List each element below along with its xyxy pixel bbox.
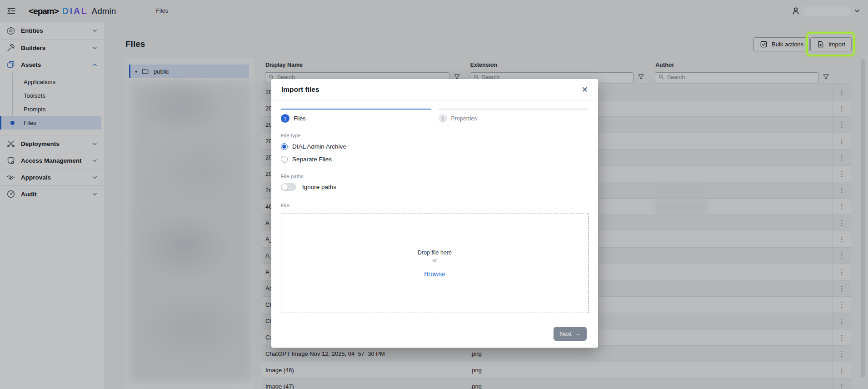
dropzone-text: Drop file here bbox=[418, 249, 452, 256]
radio-label: Separate Files bbox=[292, 156, 332, 163]
dropzone-or-text: or bbox=[432, 258, 437, 263]
modal-body: 1 Files 2 Properties File type DIAL Admi… bbox=[271, 100, 598, 313]
arrow-right-icon: → bbox=[575, 330, 581, 337]
modal-title: Import files bbox=[281, 85, 582, 94]
step-progress-bar bbox=[439, 109, 589, 110]
ignore-paths-label: Ignore paths bbox=[302, 184, 336, 190]
file-paths-label: File paths bbox=[281, 174, 589, 179]
modal-header: Import files ✕ bbox=[271, 79, 598, 100]
next-label: Next bbox=[559, 330, 572, 337]
step-number: 1 bbox=[281, 114, 289, 123]
ignore-paths-toggle[interactable] bbox=[281, 183, 296, 191]
file-type-label: File type bbox=[281, 133, 589, 138]
radio-selected-icon[interactable] bbox=[281, 143, 288, 150]
step-files[interactable]: 1 Files bbox=[281, 109, 431, 123]
radio-dial-admin-archive[interactable]: DIAL Admin Archive bbox=[281, 142, 589, 151]
radio-unselected-icon[interactable] bbox=[281, 156, 288, 163]
app-window: <epam> DIAL Admin Files Entities Builder… bbox=[0, 0, 868, 389]
radio-separate-files[interactable]: Separate Files bbox=[281, 155, 589, 164]
next-button[interactable]: Next → bbox=[554, 327, 587, 341]
step-properties[interactable]: 2 Properties bbox=[439, 109, 589, 123]
file-dropzone[interactable]: Drop file here or Browse bbox=[281, 214, 589, 313]
file-field-label: File: bbox=[281, 203, 589, 208]
browse-link[interactable]: Browse bbox=[424, 270, 445, 278]
step-progress-bar bbox=[281, 109, 431, 110]
import-files-modal: Import files ✕ 1 Files 2 Properties bbox=[271, 79, 598, 348]
radio-label: DIAL Admin Archive bbox=[292, 143, 346, 150]
step-label: Files bbox=[294, 115, 305, 122]
stepper: 1 Files 2 Properties bbox=[281, 109, 589, 123]
close-icon[interactable]: ✕ bbox=[582, 86, 588, 94]
step-number: 2 bbox=[439, 114, 447, 123]
ignore-paths-row: Ignore paths bbox=[281, 183, 589, 191]
step-label: Properties bbox=[451, 115, 477, 122]
modal-footer: Next → bbox=[554, 327, 587, 341]
